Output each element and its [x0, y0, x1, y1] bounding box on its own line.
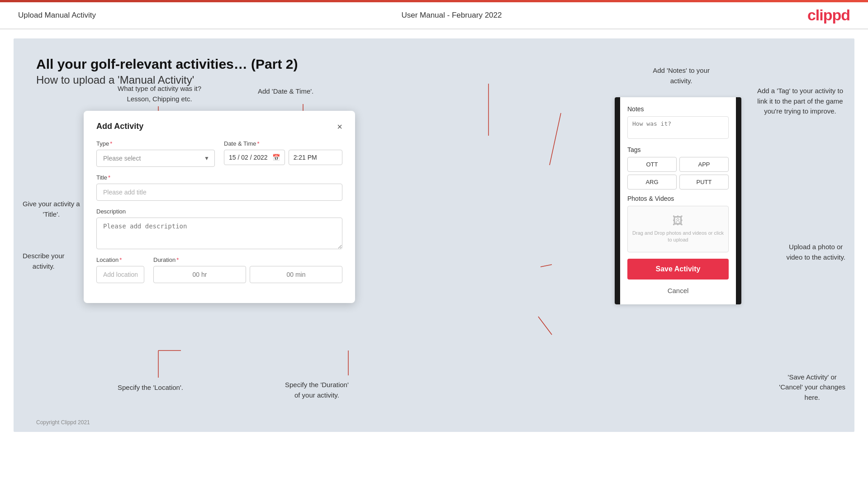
- page-title-block: All your golf-relevant activities… (Part…: [36, 57, 832, 86]
- svg-line-12: [538, 317, 552, 335]
- form-row-type-date: Type* Please select Date & Time* 15 / 02…: [96, 140, 342, 167]
- photo-icon: 🖼: [632, 214, 724, 227]
- add-activity-dialog: Add Activity × Type* Please select Date …: [84, 111, 355, 303]
- duration-row: [153, 266, 342, 283]
- notes-label: Notes: [627, 105, 729, 113]
- annotation-duration: Specify the 'Duration' of your activity.: [285, 380, 349, 400]
- phone-panel: Notes Tags OTT APP ARG PUTT Photos & Vid…: [615, 97, 741, 304]
- tag-putt[interactable]: PUTT: [679, 175, 729, 190]
- photo-upload-text: Drag and Drop photos and videos or click…: [632, 230, 724, 244]
- main-content: All your golf-relevant activities… (Part…: [14, 38, 854, 432]
- top-bar: Upload Manual Activity User Manual - Feb…: [0, 0, 868, 29]
- logo: clippd: [807, 6, 850, 24]
- annotation-location: Specify the 'Location'.: [118, 384, 183, 391]
- type-select-wrapper: Please select: [96, 150, 215, 167]
- location-label: Location*: [96, 256, 144, 263]
- time-input[interactable]: 2:21 PM: [289, 150, 342, 165]
- date-time-label: Date & Time*: [224, 140, 342, 147]
- form-group-duration: Duration*: [153, 256, 342, 283]
- type-select[interactable]: Please select: [96, 150, 215, 167]
- page-title-main: All your golf-relevant activities… (Part…: [36, 57, 832, 72]
- description-label: Description: [96, 208, 342, 215]
- form-group-type: Type* Please select: [96, 140, 215, 167]
- title-input[interactable]: [96, 184, 342, 201]
- cancel-button[interactable]: Cancel: [627, 284, 729, 297]
- dialog-close-button[interactable]: ×: [337, 122, 342, 131]
- form-group-description: Description: [96, 208, 342, 249]
- phone-side-right: [736, 97, 741, 304]
- annotation-date-time: Add 'Date & Time'.: [258, 87, 313, 95]
- annotation-what-type: What type of activity was it? Lesson, Ch…: [118, 84, 201, 104]
- calendar-icon[interactable]: 📅: [272, 154, 280, 161]
- notes-textarea[interactable]: [627, 116, 729, 139]
- duration-min-input[interactable]: [250, 266, 342, 283]
- annotation-upload: Upload a photo or video to the activity.: [786, 242, 845, 262]
- save-activity-button[interactable]: Save Activity: [627, 259, 729, 280]
- duration-hr-input[interactable]: [153, 266, 246, 283]
- tag-arg[interactable]: ARG: [627, 175, 677, 190]
- tags-label: Tags: [627, 146, 729, 153]
- dialog-title: Add Activity: [96, 122, 143, 131]
- phone-side-left: [615, 97, 620, 304]
- date-value: 15 / 02 / 2022: [229, 154, 268, 161]
- title-label: Title*: [96, 174, 342, 181]
- tags-grid: OTT APP ARG PUTT: [627, 157, 729, 190]
- form-group-location: Location*: [96, 256, 144, 283]
- tag-ott[interactable]: OTT: [627, 157, 677, 172]
- duration-label: Duration*: [153, 256, 342, 263]
- header-center-label: User Manual - February 2022: [401, 11, 502, 20]
- form-group-title: Title*: [96, 174, 342, 201]
- copyright: Copyright Clippd 2021: [36, 419, 90, 426]
- svg-line-11: [541, 265, 552, 267]
- annotation-give-title: Give your activity a 'Title'.: [23, 199, 80, 219]
- form-row-location-duration: Location* Duration*: [96, 256, 342, 283]
- dialog-header: Add Activity ×: [96, 122, 342, 131]
- tag-app[interactable]: APP: [679, 157, 729, 172]
- annotation-tag: Add a 'Tag' to your activity to link it …: [755, 86, 845, 117]
- date-time-row: 15 / 02 / 2022 📅 2:21 PM: [224, 150, 342, 165]
- annotation-describe: Describe your activity.: [23, 251, 65, 271]
- location-input[interactable]: [96, 266, 144, 283]
- form-group-date-time: Date & Time* 15 / 02 / 2022 📅 2:21 PM: [224, 140, 342, 167]
- type-label: Type*: [96, 140, 215, 147]
- annotation-notes: Add 'Notes' to your activity.: [653, 66, 710, 86]
- header-left-label: Upload Manual Activity: [18, 11, 96, 20]
- photos-label: Photos & Videos: [627, 195, 729, 202]
- date-input[interactable]: 15 / 02 / 2022 📅: [224, 150, 285, 165]
- photo-upload-area[interactable]: 🖼 Drag and Drop photos and videos or cli…: [627, 206, 729, 252]
- svg-line-10: [550, 113, 561, 165]
- annotation-save: 'Save Activity' or 'Cancel' your changes…: [779, 372, 845, 403]
- phone-panel-inner: Notes Tags OTT APP ARG PUTT Photos & Vid…: [620, 97, 736, 304]
- description-textarea[interactable]: [96, 218, 342, 249]
